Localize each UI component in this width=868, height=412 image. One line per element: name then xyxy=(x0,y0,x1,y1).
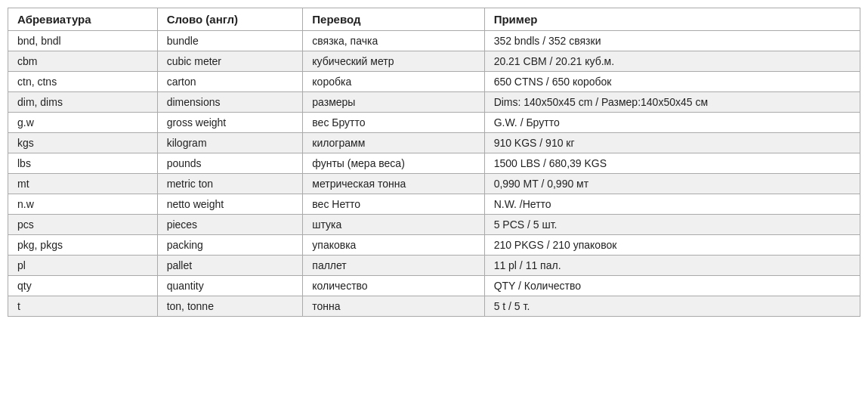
table-cell: gross weight xyxy=(157,113,303,133)
table-cell: n.w xyxy=(8,194,158,215)
table-cell: коробка xyxy=(303,72,484,92)
column-header: Слово (англ) xyxy=(157,8,303,31)
table-cell: qty xyxy=(8,276,158,296)
table-cell: cbm xyxy=(8,51,158,72)
table-cell: quantity xyxy=(157,276,303,296)
table-row: dim, dimsdimensionsразмерыDims: 140x50x4… xyxy=(8,92,860,113)
table-row: bnd, bndlbundleсвязка, пачка352 bndls / … xyxy=(8,31,860,51)
table-cell: 210 PKGS / 210 упаковок xyxy=(484,235,860,256)
table-cell: метрическая тонна xyxy=(303,174,484,194)
column-header: Пример xyxy=(484,8,860,31)
table-cell: pkg, pkgs xyxy=(8,235,158,256)
table-cell: кубический метр xyxy=(303,51,484,72)
table-cell: 352 bndls / 352 связки xyxy=(484,31,860,51)
table-cell: 5 PCS / 5 шт. xyxy=(484,215,860,235)
table-row: pcspiecesштука 5 PCS / 5 шт. xyxy=(8,215,860,235)
table-cell: QTY / Количество xyxy=(484,276,860,296)
table-cell: связка, пачка xyxy=(303,31,484,51)
table-cell: вес Брутто xyxy=(303,113,484,133)
table-row: cbmcubic meterкубический метр20.21 CBM /… xyxy=(8,51,860,72)
table-cell: 5 t / 5 т. xyxy=(484,296,860,317)
table-cell: 910 KGS / 910 кг xyxy=(484,133,860,153)
table-cell: вес Нетто xyxy=(303,194,484,215)
table-row: pkg, pkgspackingупаковка210 PKGS / 210 у… xyxy=(8,235,860,256)
table-cell: pounds xyxy=(157,153,303,174)
table-cell: тонна xyxy=(303,296,484,317)
table-cell: packing xyxy=(157,235,303,256)
column-header: Перевод xyxy=(303,8,484,31)
table-cell: G.W. / Брутто xyxy=(484,113,860,133)
table-cell: pieces xyxy=(157,215,303,235)
table-cell: kgs xyxy=(8,133,158,153)
table-cell: cubic meter xyxy=(157,51,303,72)
table-row: g.wgross weightвес БруттоG.W. / Брутто xyxy=(8,113,860,133)
table-cell: штука xyxy=(303,215,484,235)
table-cell: количество xyxy=(303,276,484,296)
table-cell: kilogram xyxy=(157,133,303,153)
table-row: mtmetric tonметрическая тонна0,990 MT / … xyxy=(8,174,860,194)
table-cell: ton, tonne xyxy=(157,296,303,317)
table-row: n.wnetto weightвес НеттоN.W. /Нетто xyxy=(8,194,860,215)
table-cell: pcs xyxy=(8,215,158,235)
table-row: lbspoundsфунты (мера веса) 1500 LBS / 68… xyxy=(8,153,860,174)
table-row: tton, tonneтонна5 t / 5 т. xyxy=(8,296,860,317)
table-row: plpalletпаллет11 pl / 11 пал. xyxy=(8,256,860,276)
table-cell: bundle xyxy=(157,31,303,51)
table-row: ctn, ctnscartonкоробка650 CTNS / 650 кор… xyxy=(8,72,860,92)
abbreviations-table: АбревиатураСлово (англ)ПереводПример bnd… xyxy=(8,8,860,317)
column-header: Абревиатура xyxy=(8,8,158,31)
table-cell: 11 pl / 11 пал. xyxy=(484,256,860,276)
table-cell: фунты (мера веса) xyxy=(303,153,484,174)
table-cell: Dims: 140x50x45 cm / Размер:140x50x45 см xyxy=(484,92,860,113)
table-cell: carton xyxy=(157,72,303,92)
table-cell: 0,990 MT / 0,990 мт xyxy=(484,174,860,194)
table-cell: mt xyxy=(8,174,158,194)
table-row: qtyquantityколичествоQTY / Количество xyxy=(8,276,860,296)
table-row: kgskilogramкилограмм910 KGS / 910 кг xyxy=(8,133,860,153)
table-cell: размеры xyxy=(303,92,484,113)
table-cell: metric ton xyxy=(157,174,303,194)
table-cell: N.W. /Нетто xyxy=(484,194,860,215)
table-cell: pl xyxy=(8,256,158,276)
table-cell: упаковка xyxy=(303,235,484,256)
table-cell: 1500 LBS / 680,39 KGS xyxy=(484,153,860,174)
table-cell: паллет xyxy=(303,256,484,276)
table-cell: t xyxy=(8,296,158,317)
table-cell: dim, dims xyxy=(8,92,158,113)
table-cell: 650 CTNS / 650 коробок xyxy=(484,72,860,92)
table-cell: килограмм xyxy=(303,133,484,153)
table-cell: netto weight xyxy=(157,194,303,215)
table-cell: dimensions xyxy=(157,92,303,113)
table-cell: g.w xyxy=(8,113,158,133)
table-cell: ctn, ctns xyxy=(8,72,158,92)
table-cell: 20.21 CBM / 20.21 куб.м. xyxy=(484,51,860,72)
table-cell: pallet xyxy=(157,256,303,276)
table-cell: lbs xyxy=(8,153,158,174)
table-cell: bnd, bndl xyxy=(8,31,158,51)
